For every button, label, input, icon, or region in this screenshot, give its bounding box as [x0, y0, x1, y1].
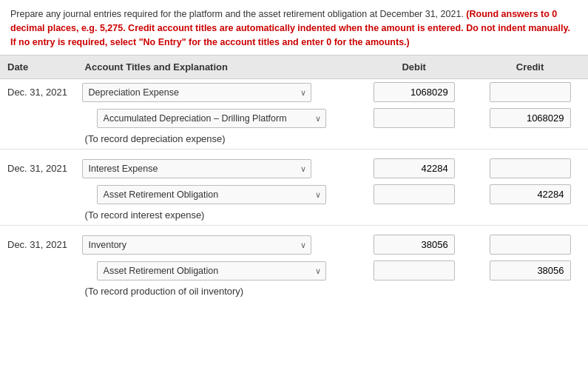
account-select-2-0[interactable]: Inventory — [82, 235, 311, 255]
credit-input-1-1[interactable] — [490, 184, 571, 204]
debit-cell-2-0[interactable] — [356, 232, 472, 258]
instructions: Prepare any journal entries required for… — [0, 0, 588, 55]
entry-row-2-1: Asset Retirement Obligation — [0, 258, 588, 283]
debit-input-1-1[interactable] — [374, 184, 455, 204]
account-select-1-0[interactable]: Interest Expense — [82, 159, 311, 178]
note-text-1: (To record interest expense) — [78, 207, 588, 226]
note-row-2: (To record production of oil inventory) — [0, 283, 588, 301]
credit-cell-1-1[interactable] — [472, 181, 588, 207]
debit-cell-0-0[interactable] — [356, 79, 472, 106]
account-cell-2-1[interactable]: Asset Retirement Obligation — [78, 258, 356, 283]
account-cell-1-1[interactable]: Asset Retirement Obligation — [78, 181, 356, 207]
account-cell-2-0[interactable]: Inventory — [78, 232, 356, 258]
account-select-2-1[interactable]: Asset Retirement Obligation — [97, 261, 326, 280]
note-text-2: (To record production of oil inventory) — [78, 283, 588, 301]
entry-row-0-1: Accumulated Depreciation – Drilling Plat… — [0, 105, 588, 131]
entry-row-1-1: Asset Retirement Obligation — [0, 181, 588, 207]
debit-cell-1-0[interactable] — [356, 155, 472, 181]
credit-cell-0-1[interactable] — [472, 105, 588, 131]
instructions-line1: Prepare any journal entries required for… — [10, 9, 464, 19]
note-row-1: (To record interest expense) — [0, 207, 588, 226]
date-cell-1-0: Dec. 31, 2021 — [0, 155, 78, 181]
entry-row-1-0: Dec. 31, 2021Interest Expense — [0, 155, 588, 181]
credit-cell-1-0[interactable] — [472, 155, 588, 181]
debit-cell-0-1[interactable] — [356, 105, 472, 131]
account-cell-0-0[interactable]: Depreciation Expense — [78, 79, 356, 106]
debit-input-1-0[interactable] — [374, 158, 455, 178]
debit-input-2-1[interactable] — [374, 261, 455, 280]
credit-input-2-1[interactable] — [490, 261, 571, 280]
entry-row-2-0: Dec. 31, 2021Inventory — [0, 232, 588, 258]
note-text-0: (To record depreciation expense) — [78, 131, 588, 149]
debit-input-0-0[interactable] — [374, 82, 455, 102]
date-cell-0-1 — [0, 105, 78, 131]
header-credit: Credit — [472, 56, 588, 79]
header-date: Date — [0, 56, 78, 79]
note-row-0: (To record depreciation expense) — [0, 131, 588, 149]
date-cell-1-1 — [0, 181, 78, 207]
account-select-0-0[interactable]: Depreciation Expense — [82, 83, 311, 102]
account-select-1-1[interactable]: Asset Retirement Obligation — [97, 185, 326, 204]
header-debit: Debit — [356, 56, 472, 79]
account-cell-0-1[interactable]: Accumulated Depreciation – Drilling Plat… — [78, 105, 356, 131]
date-cell-0-0: Dec. 31, 2021 — [0, 79, 78, 106]
debit-input-2-0[interactable] — [374, 235, 455, 255]
credit-input-0-1[interactable] — [490, 108, 571, 128]
credit-input-2-0[interactable] — [490, 235, 571, 255]
credit-cell-0-0[interactable] — [472, 79, 588, 106]
account-cell-1-0[interactable]: Interest Expense — [78, 155, 356, 181]
debit-cell-2-1[interactable] — [356, 258, 472, 283]
debit-input-0-1[interactable] — [374, 108, 455, 128]
debit-cell-1-1[interactable] — [356, 181, 472, 207]
account-select-0-1[interactable]: Accumulated Depreciation – Drilling Plat… — [97, 109, 326, 128]
credit-cell-2-0[interactable] — [472, 232, 588, 258]
credit-cell-2-1[interactable] — [472, 258, 588, 283]
entry-row-0-0: Dec. 31, 2021Depreciation Expense — [0, 79, 588, 106]
header-account: Account Titles and Explanation — [78, 56, 356, 79]
date-cell-2-1 — [0, 258, 78, 283]
credit-input-1-0[interactable] — [490, 158, 571, 178]
date-cell-2-0: Dec. 31, 2021 — [0, 232, 78, 258]
credit-input-0-0[interactable] — [490, 82, 571, 102]
